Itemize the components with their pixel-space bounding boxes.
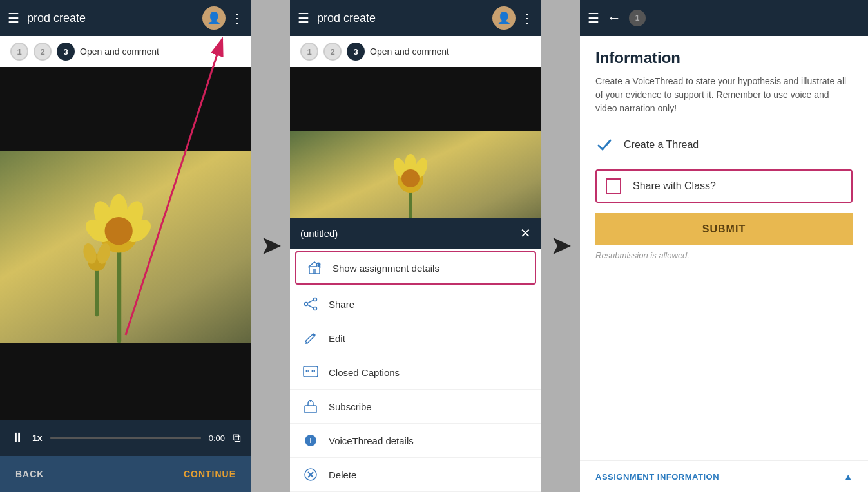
arrow-icon-1: ➤ — [261, 232, 280, 260]
app-title-2: prod create — [317, 12, 492, 25]
panel-1: ☰ prod create 👤 ⋮ 1 2 3 Open and comment — [0, 0, 251, 492]
step-bar-1: 1 2 3 Open and comment — [0, 36, 251, 67]
menu-icon-2[interactable]: ☰ — [298, 10, 309, 26]
submit-button[interactable]: SUBMIT — [595, 213, 853, 245]
chevron-up-icon[interactable]: ▲ — [844, 471, 853, 482]
check-item-share-class[interactable]: Share with Class? — [595, 169, 853, 203]
bottom-bar-1: BACK CONTINUE — [0, 456, 251, 492]
panel-3: ☰ ← 1 Information Create a VoiceThread t… — [580, 0, 868, 492]
menu-item-share[interactable]: Share — [290, 287, 541, 321]
app-bar-2: ☰ prod create 👤 ⋮ — [290, 0, 541, 36]
checkmark-icon — [595, 136, 613, 154]
video-bottom-dark — [0, 343, 251, 420]
voicethread-details-label: VoiceThread details — [329, 435, 414, 446]
subscribe-label: Subscribe — [329, 401, 372, 412]
avatar-2[interactable]: 👤 — [492, 6, 516, 30]
step-2[interactable]: 2 — [34, 43, 52, 61]
step-2-2[interactable]: 2 — [323, 43, 342, 61]
video-2-top — [290, 67, 541, 131]
info-title: Information — [595, 49, 853, 67]
voicethread-details-icon: i — [303, 433, 318, 448]
create-thread-label: Create a Thread — [624, 139, 699, 151]
avatar-1[interactable]: 👤 — [202, 6, 226, 30]
progress-bar[interactable] — [50, 437, 201, 439]
delete-label: Delete — [329, 469, 356, 480]
menu-icon-1[interactable]: ☰ — [8, 10, 19, 26]
layout-icon[interactable]: ⧉ — [233, 431, 241, 445]
back-button[interactable]: BACK — [15, 469, 44, 479]
check-item-create-thread: Create a Thread — [595, 131, 853, 159]
checkbox-share-icon[interactable] — [604, 177, 622, 195]
menu-item-captions[interactable]: CC CC Closed Captions — [290, 355, 541, 390]
assignment-info-footer: ASSIGNMENT INFORMATION ▲ — [580, 460, 868, 492]
closed-captions-icon: CC CC — [303, 364, 318, 380]
share-icon — [303, 296, 318, 312]
share-class-checkbox[interactable] — [606, 178, 621, 194]
info-svg: i — [304, 433, 318, 448]
svg-text:CC: CC — [311, 370, 316, 373]
step-label-1: Open and comment — [80, 46, 159, 57]
panel-2: ☰ prod create 👤 ⋮ 1 2 3 Open and comment — [290, 0, 541, 492]
share-class-label: Share with Class? — [633, 180, 716, 192]
video-area-1 — [0, 67, 251, 420]
step-3-indicator: 1 — [629, 10, 646, 26]
share-label: Share — [329, 299, 354, 310]
info-description: Create a VoiceThread to state your hypot… — [595, 75, 853, 115]
app-bar-3: ☰ ← 1 — [580, 0, 868, 36]
svg-rect-10 — [95, 264, 99, 316]
svg-line-32 — [308, 300, 314, 303]
flower-svg — [0, 151, 251, 343]
show-assignment-label: Show assignment details — [333, 263, 439, 274]
edit-icon — [303, 330, 318, 346]
step-2-1[interactable]: 1 — [300, 43, 318, 61]
step-2-3[interactable]: 3 — [347, 43, 365, 61]
controls-bar-1: ⏸ 1x 0:00 ⧉ — [0, 420, 251, 456]
continue-button[interactable]: CONTINUE — [184, 469, 236, 479]
speed-label[interactable]: 1x — [32, 433, 43, 443]
arrow-1: ➤ — [251, 0, 290, 492]
home-assignment-icon: ! — [307, 261, 322, 275]
step-label-2: Open and comment — [370, 46, 449, 57]
menu-item-show-assignment[interactable]: ! Show assignment details — [295, 251, 536, 285]
resubmission-text: Resubmission is allowed. — [595, 251, 853, 260]
step-3[interactable]: 3 — [57, 43, 75, 61]
cc-svg: CC CC — [303, 366, 318, 379]
svg-rect-39 — [305, 406, 316, 413]
step-1[interactable]: 1 — [10, 43, 28, 61]
svg-point-23 — [401, 169, 420, 187]
svg-point-28 — [314, 298, 317, 301]
edit-label: Edit — [329, 333, 345, 344]
info-content: Information Create a VoiceThread to stat… — [580, 36, 868, 460]
menu-item-edit[interactable]: Edit — [290, 321, 541, 355]
svg-point-9 — [104, 217, 132, 245]
app-bar-1: ☰ prod create 👤 ⋮ — [0, 0, 251, 36]
assignment-info-link[interactable]: ASSIGNMENT INFORMATION — [595, 472, 719, 482]
video-top-dark — [0, 67, 251, 151]
context-menu: (untitled) ✕ ! Show assignment details — [290, 218, 541, 492]
time-label: 0:00 — [209, 433, 225, 443]
flower-scene-1 — [0, 151, 251, 343]
menu-item-subscribe[interactable]: Subscribe — [290, 390, 541, 424]
svg-rect-2 — [117, 238, 121, 343]
subscribe-icon — [303, 399, 318, 414]
menu-item-delete[interactable]: Delete — [290, 458, 541, 492]
back-icon-3[interactable]: ← — [607, 10, 621, 26]
app-title-1: prod create — [27, 12, 202, 25]
context-close-button[interactable]: ✕ — [520, 225, 531, 241]
svg-text:i: i — [310, 437, 312, 444]
arrow-icon-2: ➤ — [551, 232, 570, 260]
play-pause-button[interactable]: ⏸ — [10, 430, 24, 446]
step-bar-2: 1 2 3 Open and comment — [290, 36, 541, 67]
svg-line-31 — [308, 305, 314, 308]
share-svg — [304, 297, 318, 311]
menu-icon-3[interactable]: ☰ — [588, 10, 599, 26]
more-icon-2[interactable]: ⋮ — [521, 10, 534, 26]
subscribe-svg — [304, 399, 318, 413]
blue-checkmark-svg — [596, 137, 613, 153]
menu-item-voicethread-details[interactable]: i VoiceThread details — [290, 424, 541, 458]
context-menu-header: (untitled) ✕ — [290, 218, 541, 249]
edit-svg — [304, 331, 318, 345]
arrow-2: ➤ — [541, 0, 580, 492]
more-icon-1[interactable]: ⋮ — [231, 10, 244, 26]
svg-text:CC: CC — [305, 370, 310, 373]
